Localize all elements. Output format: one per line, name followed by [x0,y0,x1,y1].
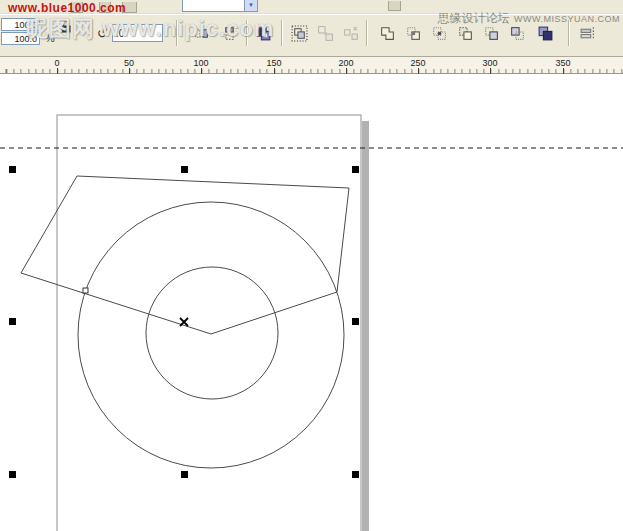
ruler-label: 300 [478,58,502,68]
separator [281,20,283,46]
selection-handle[interactable] [352,318,359,325]
rotation-angle-input[interactable] [112,24,163,42]
create-boundary-button[interactable] [534,22,557,45]
percent-label: % [45,32,55,44]
ruler-minor-ticks [0,69,623,73]
scale-vertical-input[interactable] [1,32,40,45]
selection-handle[interactable] [352,471,359,478]
ruler-label: 200 [334,58,358,68]
zoom-level-combobox[interactable]: ▼ [182,0,258,12]
chevron-down-icon[interactable]: ▼ [244,0,257,11]
selection-handle[interactable] [352,166,359,173]
ruler-label: 350 [551,58,575,68]
group-button[interactable] [288,22,311,45]
weld-button[interactable] [376,22,399,45]
horizontal-ruler[interactable]: 0 50 100 150 200 250 300 350 [0,57,623,74]
separator [366,20,368,46]
selection-handle[interactable] [181,471,188,478]
edge-node-marker[interactable] [83,288,88,293]
ruler-label: 250 [406,58,430,68]
watermark-blue1000: www.blue1000.com [8,1,126,15]
combine-button[interactable] [252,22,275,45]
rotation-icon: ↺ [97,26,108,41]
scale-horizontal-input[interactable] [1,18,40,31]
separator [246,20,248,46]
ungroup-all-button [340,22,363,45]
front-minus-back-button[interactable] [480,22,503,45]
zoom-level-value [183,0,244,11]
selection-handle[interactable] [9,318,16,325]
separator [176,20,178,46]
ruler-label: 100 [189,58,213,68]
selection-handle[interactable] [181,166,188,173]
property-bar: % ↺ [0,14,623,57]
simplify-button[interactable] [454,22,477,45]
trim-button[interactable] [402,22,425,45]
selection-handle[interactable] [9,471,16,478]
mirror-horizontal-button[interactable] [190,22,213,45]
page-shadow [362,121,369,531]
drawing-canvas[interactable] [0,74,623,531]
ungroup-button [314,22,337,45]
back-minus-front-button[interactable] [506,22,529,45]
coreldraw-window: www.blue1000.com 昵图网 www.nipic.com 思缘设计论… [0,0,623,531]
snap-icon[interactable] [388,1,401,11]
wrap-paragraph-text-button[interactable] [576,22,599,45]
separator [568,20,570,46]
lock-ratio-icon[interactable] [60,20,74,36]
intersect-button[interactable] [428,22,451,45]
ruler-label: 150 [262,58,286,68]
ruler-label: 50 [117,58,141,68]
selection-handle[interactable] [9,166,16,173]
mirror-vertical-button[interactable] [218,22,241,45]
ruler-label: 0 [45,58,69,68]
